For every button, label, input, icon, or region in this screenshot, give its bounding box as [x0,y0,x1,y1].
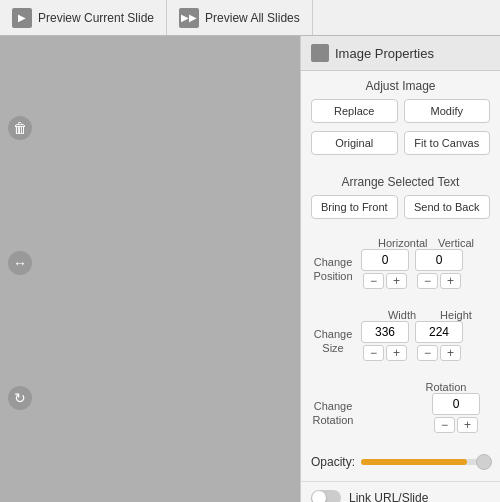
height-input[interactable] [415,321,463,343]
preview-all-label: Preview All Slides [205,11,300,25]
opacity-fill [361,459,467,465]
rotation-field-group: − + [432,393,480,433]
preview-current-btn[interactable]: ▶ Preview Current Slide [0,0,167,35]
opacity-slider-track[interactable] [361,459,490,465]
main-content: 🗑 ↔ ↻ Image Properties Adjust Image Repl… [0,36,500,502]
vertical-steppers: − + [417,273,461,289]
width-minus-btn[interactable]: − [363,345,384,361]
vertical-header: Vertical [432,237,480,249]
toggle-knob [312,491,326,502]
rotation-header: Rotation [422,381,470,393]
rotation-row: Change Rotation − + [311,393,490,433]
horizontal-header: Horizontal [378,237,426,249]
link-label: Link URL/Slide [349,491,428,502]
adjust-section-title: Adjust Image [301,71,500,99]
arrange-btn-row: Bring to Front Send to Back [301,195,500,227]
vertical-minus-btn[interactable]: − [417,273,438,289]
width-plus-btn[interactable]: + [386,345,407,361]
original-btn-row: Original Fit to Canvas [301,131,500,163]
horizontal-input[interactable] [361,249,409,271]
opacity-label: Opacity: [311,455,355,469]
send-back-btn[interactable]: Send to Back [404,195,491,219]
height-plus-btn[interactable]: + [440,345,461,361]
height-field-group: − + [415,321,463,361]
delete-icon: 🗑 [13,120,27,136]
size-section: Width Height Change Size − + − + [301,303,500,371]
rotation-label: Change Rotation [311,399,355,428]
vertical-input[interactable] [415,249,463,271]
width-header: Width [378,309,426,321]
horizontal-plus-btn[interactable]: + [386,273,407,289]
delete-control[interactable]: 🗑 [8,116,32,140]
horizontal-minus-btn[interactable]: − [363,273,384,289]
image-properties-icon [311,44,329,62]
position-section: Horizontal Vertical Change Position − + … [301,231,500,299]
move-control[interactable]: ↔ [8,251,32,275]
bring-front-btn[interactable]: Bring to Front [311,195,398,219]
horizontal-steppers: − + [363,273,407,289]
original-btn[interactable]: Original [311,131,398,155]
rotation-input[interactable] [432,393,480,415]
opacity-thumb[interactable] [476,454,492,470]
width-input[interactable] [361,321,409,343]
toolbar: ▶ Preview Current Slide ▶▶ Preview All S… [0,0,500,36]
height-header: Height [432,309,480,321]
rotate-control[interactable]: ↻ [8,386,32,410]
rotation-plus-btn[interactable]: + [457,417,478,433]
position-col-headers: Horizontal Vertical [311,237,490,249]
preview-current-icon: ▶ [12,8,32,28]
width-field-group: − + [361,321,409,361]
vertical-plus-btn[interactable]: + [440,273,461,289]
horizontal-field-group: − + [361,249,409,289]
rotation-steppers: − + [434,417,478,433]
vertical-field-group: − + [415,249,463,289]
link-section: Link URL/Slide [301,481,500,502]
rotation-section: Rotation Change Rotation − + [301,375,500,443]
width-steppers: − + [363,345,407,361]
opacity-section: Opacity: [301,447,500,477]
slide-preview-area: 🗑 ↔ ↻ [0,36,300,502]
panel-header: Image Properties [301,36,500,71]
panel-title: Image Properties [335,46,434,61]
modify-btn[interactable]: Modify [404,99,491,123]
arrange-section-title: Arrange Selected Text [301,167,500,195]
preview-current-label: Preview Current Slide [38,11,154,25]
preview-all-icon: ▶▶ [179,8,199,28]
position-label: Change Position [311,255,355,284]
rotation-minus-btn[interactable]: − [434,417,455,433]
rotate-icon: ↻ [14,390,26,406]
preview-all-btn[interactable]: ▶▶ Preview All Slides [167,0,313,35]
height-steppers: − + [417,345,461,361]
size-col-headers: Width Height [311,309,490,321]
replace-btn[interactable]: Replace [311,99,398,123]
link-toggle[interactable] [311,490,341,502]
height-minus-btn[interactable]: − [417,345,438,361]
fit-btn[interactable]: Fit to Canvas [404,131,491,155]
move-icon: ↔ [13,255,27,271]
adjust-btn-row: Replace Modify [301,99,500,131]
size-row: Change Size − + − + [311,321,490,361]
rotation-col-headers: Rotation [311,381,490,393]
size-label: Change Size [311,327,355,356]
position-row: Change Position − + − + [311,249,490,289]
right-panel: Image Properties Adjust Image Replace Mo… [300,36,500,502]
